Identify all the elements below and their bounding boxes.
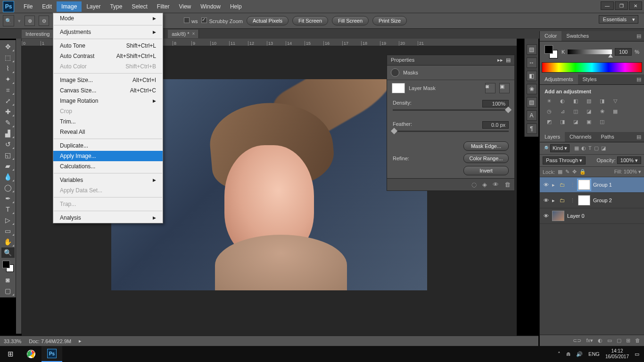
lock-pixels-icon[interactable]: ✎	[565, 169, 570, 175]
menu-item-mode[interactable]: Mode▶	[53, 13, 163, 24]
blend-mode-dropdown[interactable]: Pass Through ▾	[543, 156, 586, 165]
menu-type[interactable]: Type	[105, 1, 127, 12]
mask-thumbnail[interactable]	[578, 195, 590, 206]
status-arrow-icon[interactable]: ▸	[79, 338, 82, 344]
layer-thumbnail[interactable]	[552, 211, 564, 221]
zoom-in-icon[interactable]: ⊕	[25, 16, 35, 26]
menu-item-variables[interactable]: Variables▶	[53, 175, 163, 185]
start-button[interactable]: ⊞	[0, 346, 21, 362]
notifications-icon[interactable]: ▭	[635, 351, 639, 357]
marquee-tool-icon[interactable]: ⬚	[1, 52, 15, 63]
lasso-tool-icon[interactable]: ⌇	[1, 63, 15, 74]
menu-item-reveal-all[interactable]: Reveal All	[53, 127, 163, 137]
menu-view[interactable]: View	[174, 1, 196, 12]
load-selection-icon[interactable]: ◌	[471, 181, 477, 188]
ruler-vertical[interactable]	[16, 39, 22, 334]
visibility-icon[interactable]: 👁	[543, 197, 549, 203]
adjustment-icon[interactable]: ◨	[597, 97, 607, 105]
menu-item-image-rotation[interactable]: Image Rotation▶	[53, 96, 163, 106]
layer-name[interactable]: Layer 0	[567, 213, 585, 219]
density-slider[interactable]: Density:100%	[387, 96, 514, 117]
tab-layers[interactable]: Layers	[540, 132, 565, 142]
doc-size[interactable]: Doc: 7.64M/22.9M	[29, 338, 71, 344]
adjustment-icon[interactable]: ◪	[571, 118, 580, 125]
stamp-tool-icon[interactable]: ▟	[1, 128, 15, 139]
visibility-icon[interactable]: 👁	[543, 213, 549, 219]
lock-all-icon[interactable]: 🔒	[579, 169, 586, 175]
layer-filter-icon[interactable]: ◪	[601, 145, 606, 151]
crop-tool-icon[interactable]: ⌗	[1, 85, 15, 95]
fit-screen-button[interactable]: Fit Screen	[292, 16, 328, 25]
close-button[interactable]: ✕	[629, 1, 642, 10]
dock-icon[interactable]: ◧	[527, 71, 537, 81]
visibility-icon[interactable]: 👁	[543, 182, 549, 188]
menu-help[interactable]: Help	[225, 1, 247, 12]
actual-pixels-button[interactable]: Actual Pixels	[247, 16, 289, 25]
layers-footer-icon[interactable]: ⊞	[626, 337, 630, 344]
k-value-input[interactable]	[615, 48, 632, 56]
volume-icon[interactable]: 🔊	[576, 351, 583, 357]
layer-filter-icon[interactable]: ◐	[581, 145, 586, 151]
mask-edge-button[interactable]: Mask Edge...	[463, 141, 509, 151]
color-range-button[interactable]: Color Range...	[463, 154, 509, 163]
menu-item-calculations[interactable]: Calculations...	[53, 161, 163, 172]
minimize-button[interactable]: —	[601, 1, 614, 10]
dock-icon[interactable]: ❀	[527, 84, 537, 94]
adjustment-icon[interactable]: ◫	[597, 118, 607, 125]
print-size-button[interactable]: Print Size	[372, 16, 407, 25]
adjustment-icon[interactable]: ▣	[584, 118, 594, 125]
workspace-dropdown[interactable]: Essentials	[599, 15, 638, 24]
quickmask-icon[interactable]: ◙	[1, 275, 15, 285]
menu-edit[interactable]: Edit	[37, 1, 57, 12]
layers-footer-icon[interactable]: ⊂⊃	[573, 337, 581, 344]
tab-close-icon[interactable]: ×	[192, 31, 195, 36]
tab-channels[interactable]: Channels	[565, 132, 596, 142]
adjustment-icon[interactable]: ◪	[584, 107, 594, 115]
fill-input[interactable]: 100% ▾	[624, 169, 641, 174]
tab-adjustments[interactable]: Adjustments	[540, 74, 578, 84]
tab-swatches[interactable]: Swatches	[561, 31, 594, 41]
twirl-icon[interactable]: ▸	[552, 197, 557, 204]
dodge-tool-icon[interactable]: ◯	[1, 182, 15, 193]
adjustment-icon[interactable]: ◷	[545, 107, 554, 115]
zoom-level[interactable]: 33.33%	[4, 338, 21, 344]
layer-row[interactable]: 👁Layer 0	[540, 208, 644, 224]
menu-item-auto-tone[interactable]: Auto ToneShift+Ctrl+L	[53, 41, 163, 51]
twirl-icon[interactable]: ▸	[552, 182, 557, 188]
adjustment-icon[interactable]: ◐	[558, 97, 567, 105]
tab-paths[interactable]: Paths	[596, 132, 619, 142]
wifi-icon[interactable]: ⋒	[566, 351, 570, 357]
language-indicator[interactable]: ENG	[588, 351, 600, 357]
menu-select[interactable]: Select	[127, 1, 152, 12]
adjustment-icon[interactable]: ◨	[558, 118, 567, 125]
zoom-out-icon[interactable]: ⊖	[39, 16, 49, 26]
menu-item-canvas-size[interactable]: Canvas Size...Alt+Ctrl+C	[53, 85, 163, 96]
layers-footer-icon[interactable]: fx▾	[586, 337, 593, 344]
menu-window[interactable]: Window	[196, 1, 225, 12]
path-select-tool-icon[interactable]: ▷	[1, 215, 15, 225]
color-swatch-pair[interactable]	[545, 45, 558, 58]
panel-menu-icon[interactable]: ▤	[634, 74, 644, 84]
menu-item-duplicate[interactable]: Duplicate...	[53, 140, 163, 151]
menu-filter[interactable]: Filter	[152, 1, 174, 12]
dock-icon[interactable]: ▤	[527, 44, 537, 55]
panel-collapse-icon[interactable]: ▸▸ ▤	[497, 57, 511, 63]
gradient-tool-icon[interactable]: ▰	[1, 161, 15, 171]
history-brush-tool-icon[interactable]: ↺	[1, 139, 15, 149]
layer-name[interactable]: Group 1	[593, 182, 612, 188]
healing-tool-icon[interactable]: ✚	[1, 107, 15, 117]
opacity-input[interactable]: 100% ▾	[617, 156, 641, 164]
layer-filter-icon[interactable]: ▢	[594, 145, 599, 151]
mask-thumbnail[interactable]	[578, 180, 590, 190]
vector-mask-button[interactable]: ▣	[499, 83, 510, 93]
pen-tool-icon[interactable]: ✒	[1, 193, 15, 204]
tray-up-icon[interactable]: ˄	[558, 351, 561, 357]
adjustment-icon[interactable]: ◩	[545, 118, 554, 125]
adjustment-icon[interactable]: ◧	[571, 97, 580, 105]
dock-icon[interactable]: ▤	[527, 97, 537, 107]
layer-filter-icon[interactable]: T	[588, 145, 592, 151]
pixel-mask-button[interactable]: ◙	[485, 83, 495, 93]
toggle-mask-icon[interactable]: 👁	[493, 181, 499, 188]
feather-slider[interactable]: Feather:0.0 px	[387, 117, 514, 139]
menu-item-image-size[interactable]: Image Size...Alt+Ctrl+I	[53, 75, 163, 85]
